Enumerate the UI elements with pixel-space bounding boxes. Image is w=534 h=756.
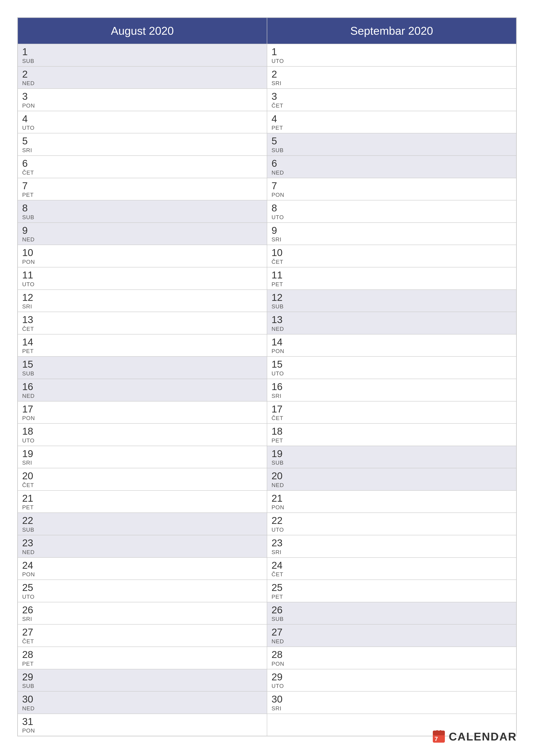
august-day-14: 14PET	[18, 334, 267, 357]
august-day-17: 17PON	[18, 401, 267, 424]
september-day-12: 12SUB	[267, 290, 516, 312]
calendar-grid: August 2020 Septembar 2020 1SUB1UTO2NED2…	[17, 17, 517, 736]
day-name: PON	[22, 727, 263, 734]
august-day-1: 1SUB	[18, 44, 267, 67]
day-name: ČET	[271, 571, 512, 578]
august-day-18: 18UTO	[18, 423, 267, 446]
logo-text: CALENDAR	[449, 730, 517, 743]
day-name: SRI	[22, 616, 263, 622]
day-number: 27	[271, 627, 512, 638]
day-name: ČET	[271, 102, 512, 109]
day-name: ČET	[22, 482, 263, 489]
svg-text:7: 7	[435, 736, 438, 742]
day-number: 11	[22, 270, 263, 281]
day-number: 16	[271, 381, 512, 392]
day-name: ČET	[271, 415, 512, 421]
day-number: 4	[271, 113, 512, 124]
september-day-4: 4PET	[267, 111, 516, 133]
day-number: 11	[271, 270, 512, 281]
day-name: SRI	[271, 393, 512, 399]
day-number: 3	[22, 91, 263, 102]
day-name: NED	[271, 169, 512, 176]
day-name: PON	[22, 258, 263, 265]
day-name: UTO	[271, 683, 512, 689]
day-name: SUB	[22, 526, 263, 533]
page-container: August 2020 Septembar 2020 1SUB1UTO2NED2…	[0, 0, 534, 756]
day-number: 29	[271, 671, 512, 683]
day-number: 15	[22, 359, 263, 370]
logo-area: 7 CALENDAR	[432, 730, 517, 743]
september-day-28: 28PON	[267, 647, 516, 669]
august-day-31: 31PON	[18, 714, 267, 736]
august-day-19: 19SRI	[18, 446, 267, 468]
day-name: PON	[22, 571, 263, 578]
day-name: ČET	[22, 169, 263, 176]
august-day-21: 21PET	[18, 491, 267, 513]
august-day-22: 22SUB	[18, 513, 267, 535]
svg-rect-2	[436, 730, 438, 734]
day-number: 31	[22, 716, 263, 727]
september-day-14: 14PON	[267, 334, 516, 357]
day-name: UTO	[22, 281, 263, 288]
august-day-6: 6ČET	[18, 156, 267, 178]
day-number: 5	[22, 136, 263, 147]
day-name: SRI	[22, 303, 263, 310]
day-number: 30	[271, 694, 512, 705]
september-day-8: 8UTO	[267, 200, 516, 223]
day-number: 26	[271, 605, 512, 615]
august-header: August 2020	[18, 18, 267, 44]
day-name: PON	[22, 102, 263, 109]
day-number: 9	[271, 225, 512, 236]
day-number: 23	[271, 537, 512, 549]
day-number: 22	[22, 515, 263, 526]
day-name: NED	[271, 638, 512, 645]
day-number: 18	[22, 426, 263, 437]
calendar-logo-icon: 7	[432, 730, 445, 743]
day-name: NED	[22, 705, 263, 712]
august-day-27: 27ČET	[18, 624, 267, 647]
day-name: NED	[22, 80, 263, 87]
day-name: NED	[271, 326, 512, 332]
day-name: ČET	[22, 326, 263, 332]
august-day-2: 2NED	[18, 67, 267, 89]
day-number: 13	[22, 314, 263, 325]
day-number: 22	[271, 515, 512, 526]
september-day-20: 20NED	[267, 468, 516, 491]
day-number: 1	[271, 46, 512, 57]
september-day-5: 5SUB	[267, 133, 516, 156]
september-day-19: 19SUB	[267, 446, 516, 468]
day-name: NED	[22, 393, 263, 399]
day-name: PET	[22, 661, 263, 667]
day-name: SRI	[22, 147, 263, 154]
day-name: PON	[271, 504, 512, 511]
august-day-10: 10PON	[18, 245, 267, 267]
day-name: NED	[271, 482, 512, 489]
day-number: 21	[271, 493, 512, 504]
day-number: 14	[22, 337, 263, 348]
day-name: UTO	[22, 594, 263, 600]
day-number: 28	[271, 649, 512, 660]
day-number: 27	[22, 627, 263, 638]
day-number: 12	[271, 292, 512, 303]
august-day-3: 3PON	[18, 89, 267, 111]
day-number: 18	[271, 426, 512, 437]
day-name: SUB	[22, 683, 263, 689]
august-day-26: 26SRI	[18, 602, 267, 625]
september-day-9: 9SRI	[267, 223, 516, 245]
day-number: 25	[22, 582, 263, 593]
day-number: 6	[22, 158, 263, 169]
days-grid: 1SUB1UTO2NED2SRI3PON3ČET4UTO4PET5SRI5SUB…	[18, 44, 516, 736]
september-title: Septembar 2020	[350, 25, 433, 37]
day-name: SUB	[271, 616, 512, 622]
day-number: 24	[271, 560, 512, 571]
august-day-5: 5SRI	[18, 133, 267, 156]
day-name: PON	[271, 348, 512, 355]
day-number: 7	[22, 180, 263, 191]
september-day-10: 10ČET	[267, 245, 516, 267]
september-day-22: 22UTO	[267, 513, 516, 535]
day-number: 5	[271, 136, 512, 147]
september-day-6: 6NED	[267, 156, 516, 178]
day-name: SRI	[271, 549, 512, 555]
day-name: UTO	[271, 214, 512, 221]
september-day-21: 21PON	[267, 491, 516, 513]
